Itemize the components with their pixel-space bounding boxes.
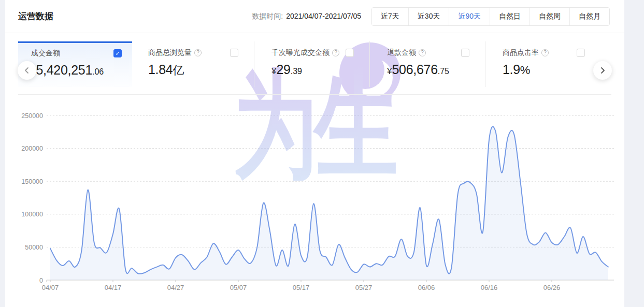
help-icon[interactable]: ?	[541, 49, 549, 56]
range-button-5[interactable]: 自然月	[569, 8, 609, 25]
metric-value: ¥29.39	[271, 62, 354, 77]
x-axis-label: 06/26	[543, 284, 561, 291]
trend-line-chart[interactable]: 05000010000015000020000025000004/0704/17…	[18, 101, 614, 300]
metric-value-main: 1.84	[148, 62, 173, 77]
x-axis-label: 05/07	[230, 284, 247, 291]
y-axis-label: 100000	[21, 211, 43, 218]
metric-card-top: 千次曝光成交金额 ?	[271, 48, 354, 57]
help-icon[interactable]: ?	[332, 49, 339, 56]
metric-value-decimals: .39	[291, 67, 302, 76]
metric-cards: 成交金额 ✓ ¥5,420,251.06 商品总浏览量 ? 1.84亿 千次曝光…	[18, 41, 611, 87]
metric-value-main: 506,676	[392, 62, 437, 77]
metric-checkbox[interactable]	[461, 49, 469, 57]
metric-value-decimals: .06	[92, 67, 104, 76]
metric-label: 成交金额	[31, 49, 60, 58]
range-button-3[interactable]: 自然日	[490, 8, 529, 25]
metric-value: ¥506,676.75	[387, 62, 469, 77]
metric-value-unit: 亿	[173, 64, 184, 77]
header-right: 数据时间:2021/04/07-2021/07/05 近7天近30天近90天自然…	[252, 7, 610, 26]
date-range-button-group: 近7天近30天近90天自然日自然周自然月	[371, 7, 610, 26]
range-button-1[interactable]: 近30天	[408, 8, 449, 25]
next-metrics-button[interactable]	[593, 61, 612, 80]
chevron-left-icon	[23, 67, 31, 74]
metric-checkbox[interactable]	[346, 49, 354, 57]
x-axis-label: 06/16	[481, 284, 498, 291]
x-axis-label: 04/07	[42, 284, 59, 291]
metric-label: 退款金额	[387, 48, 416, 57]
y-axis-label: 150000	[21, 178, 43, 185]
metric-card-2[interactable]: 千次曝光成交金额 ? ¥29.39	[254, 41, 369, 87]
data-time-label: 数据时间:	[252, 12, 283, 20]
chevron-right-icon	[599, 67, 606, 74]
metric-label: 商品总浏览量	[148, 48, 192, 57]
operations-data-panel: 运营数据 数据时间:2021/04/07-2021/07/05 近7天近30天近…	[5, 0, 624, 307]
page-title: 运营数据	[18, 10, 53, 22]
x-axis-label: 05/27	[355, 284, 373, 291]
metric-label: 商品点击率	[503, 48, 539, 57]
check-icon: ✓	[115, 50, 120, 56]
metric-value-main: 5,420,251	[36, 63, 92, 77]
range-button-4[interactable]: 自然周	[529, 8, 569, 25]
metric-checkbox[interactable]	[577, 49, 585, 57]
metric-value-decimals: .75	[438, 67, 449, 76]
metric-value: 1.9%	[503, 62, 585, 77]
metric-checkbox[interactable]	[230, 49, 238, 57]
metric-card-top: 成交金额 ✓	[31, 49, 122, 58]
help-icon[interactable]: ?	[194, 49, 202, 56]
metric-checkbox[interactable]: ✓	[113, 49, 122, 57]
y-axis-label: 250000	[21, 112, 43, 120]
metric-card-1[interactable]: 商品总浏览量 ? 1.84亿	[132, 41, 254, 87]
metric-cards-row: 成交金额 ✓ ¥5,420,251.06 商品总浏览量 ? 1.84亿 千次曝光…	[18, 41, 611, 95]
x-axis-label: 05/17	[293, 284, 310, 291]
x-axis-label: 04/17	[105, 284, 122, 291]
range-button-0[interactable]: 近7天	[372, 8, 408, 25]
metric-value: 1.84亿	[148, 62, 238, 78]
metric-value-main: 29	[276, 62, 290, 77]
metric-card-top: 商品点击率 ?	[503, 48, 585, 57]
metric-value-main: 1.9	[503, 62, 520, 77]
y-axis-label: 200000	[21, 145, 43, 152]
data-time: 数据时间:2021/04/07-2021/07/05	[252, 12, 361, 21]
metric-card-top: 商品总浏览量 ?	[148, 48, 238, 57]
metric-value: ¥5,420,251.06	[31, 63, 122, 78]
y-axis-label: 0	[39, 277, 43, 284]
range-button-2[interactable]: 近90天	[449, 8, 490, 25]
header: 运营数据 数据时间:2021/04/07-2021/07/05 近7天近30天近…	[5, 0, 624, 33]
metric-value-unit: %	[520, 64, 531, 77]
data-time-range: 2021/04/07-2021/07/05	[286, 12, 361, 20]
series-area-fill	[50, 127, 608, 280]
x-axis-label: 04/27	[167, 284, 184, 291]
metric-card-top: 退款金额 ?	[387, 48, 469, 57]
metric-card-3[interactable]: 退款金额 ? ¥506,676.75	[369, 41, 485, 87]
metric-label: 千次曝光成交金额	[271, 48, 330, 57]
prev-metrics-button[interactable]	[18, 61, 36, 80]
metric-card-0[interactable]: 成交金额 ✓ ¥5,420,251.06	[18, 41, 132, 87]
help-icon[interactable]: ?	[419, 49, 426, 56]
metric-card-4[interactable]: 商品点击率 ? 1.9%	[485, 41, 600, 87]
x-axis-label: 06/06	[418, 284, 435, 291]
y-axis-label: 50000	[25, 244, 43, 251]
